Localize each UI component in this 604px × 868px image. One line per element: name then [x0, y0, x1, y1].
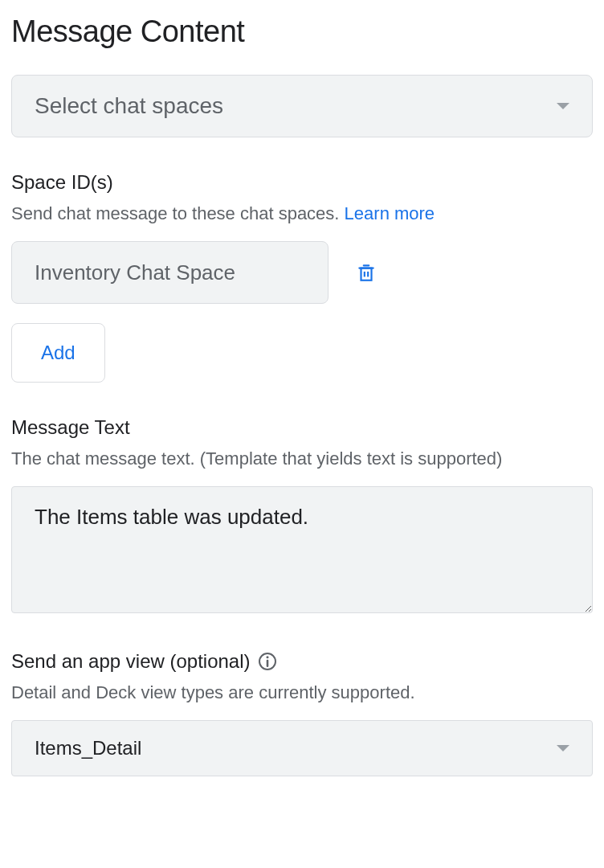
add-button[interactable]: Add [11, 323, 105, 383]
trash-icon [356, 261, 377, 284]
space-ids-description: Send chat message to these chat spaces. … [11, 200, 593, 227]
chevron-down-icon [557, 745, 569, 751]
app-view-selected: Items_Detail [35, 737, 141, 760]
info-icon[interactable] [259, 653, 276, 670]
message-text-description: The chat message text. (Template that yi… [11, 445, 593, 472]
message-text-textarea[interactable] [11, 486, 593, 613]
app-view-label: Send an app view (optional) [11, 650, 251, 673]
message-text-label: Message Text [11, 416, 593, 439]
space-id-input[interactable] [11, 241, 329, 304]
app-view-dropdown[interactable]: Items_Detail [11, 720, 593, 776]
chevron-down-icon [557, 103, 569, 109]
app-view-description: Detail and Deck view types are currently… [11, 679, 593, 706]
learn-more-link[interactable]: Learn more [345, 203, 435, 223]
svg-rect-4 [266, 660, 268, 667]
page-title: Message Content [11, 14, 593, 49]
delete-space-button[interactable] [351, 256, 382, 289]
svg-point-3 [266, 656, 268, 658]
space-ids-label: Space ID(s) [11, 171, 593, 194]
select-chat-spaces-placeholder: Select chat spaces [35, 93, 223, 119]
svg-rect-0 [361, 268, 372, 280]
space-ids-description-text: Send chat message to these chat spaces. [11, 203, 345, 223]
select-chat-spaces-dropdown[interactable]: Select chat spaces [11, 75, 593, 137]
